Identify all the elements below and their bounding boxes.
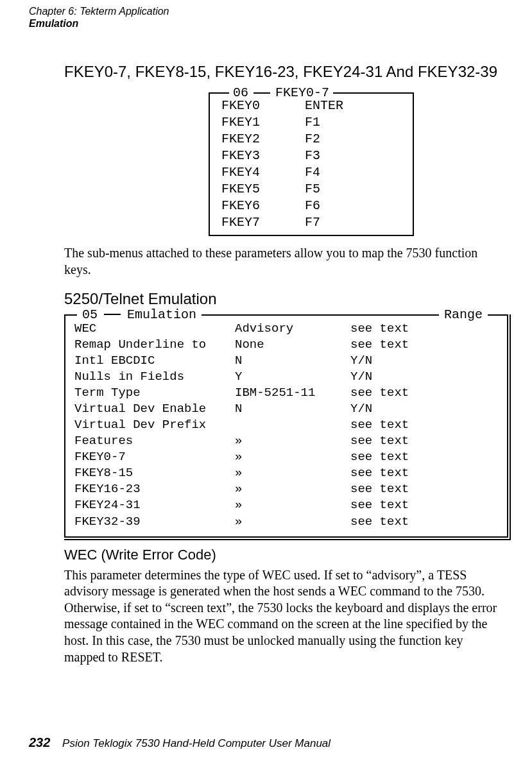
table-row: Virtual Dev EnableNY/N [74, 401, 498, 417]
table-row: WECAdvisorysee text [74, 321, 498, 337]
footer-title: Psion Teklogix 7530 Hand-Held Computer U… [62, 737, 330, 749]
fkey-table: FKEY0ENTER FKEY1F1 FKEY2F2 FKEY3F3 FKEY4… [221, 98, 401, 231]
table-row: FKEY0-7»see text [74, 449, 498, 465]
heading-wec: WEC (Write Error Code) [64, 547, 503, 563]
table-row: FKEY1F1 [221, 114, 401, 131]
table-row: FKEY6F6 [221, 198, 401, 214]
para-wec: This parameter determines the type of WE… [64, 567, 503, 666]
fkey-box: 06 FKEY0-7 FKEY0ENTER FKEY1F1 FKEY2F2 FK… [209, 92, 414, 236]
table-row: FKEY16-23»see text [74, 481, 498, 497]
emul-range-label: Range [439, 307, 488, 323]
table-row: Term TypeIBM-5251-11see text [74, 385, 498, 401]
para-fkey: The sub-menus attached to these paramete… [64, 245, 503, 278]
emul-num: 05 [82, 307, 98, 323]
table-row: FKEY7F7 [221, 214, 401, 231]
table-row: FKEY3F3 [221, 148, 401, 164]
heading-fkey: FKEY0-7, FKEY8-15, FKEY16-23, FKEY24-31 … [64, 63, 503, 81]
dash-icon [104, 314, 121, 315]
table-row: Nulls in FieldsYY/N [74, 369, 498, 385]
fkey-box-num: 06 [233, 85, 248, 101]
fkey-box-title: 06 FKEY0-7 [229, 85, 333, 101]
table-row: FKEY4F4 [221, 164, 401, 181]
heading-5250: 5250/Telnet Emulation [64, 290, 503, 308]
page-number: 232 [29, 735, 50, 749]
table-row: FKEY8-15»see text [74, 465, 498, 481]
frame-right-rule [510, 314, 511, 540]
table-row: FKEY24-31»see text [74, 497, 498, 513]
table-row: Virtual Dev Prefixsee text [74, 417, 498, 433]
frame-bottom-rule [64, 539, 511, 540]
section-label: Emulation [29, 17, 503, 30]
emul-title: Emulation [127, 307, 196, 323]
table-row: FKEY2F2 [221, 131, 401, 148]
emul-title-left: 05 Emulation [77, 307, 202, 323]
table-row: Features»see text [74, 433, 498, 449]
dash-icon [253, 92, 270, 94]
chapter-label: Chapter 6: Tekterm Application [29, 5, 503, 17]
table-row: Remap Underline toNonesee text [74, 337, 498, 353]
table-row: FKEY5F5 [221, 181, 401, 198]
fkey-box-name: FKEY0-7 [275, 85, 329, 101]
table-row: Intl EBCDICNY/N [74, 353, 498, 369]
table-row: FKEY32-39»see text [74, 514, 498, 530]
running-header: Chapter 6: Tekterm Application Emulation [29, 0, 503, 30]
page-footer: 232 Psion Teklogix 7530 Hand-Held Comput… [29, 735, 330, 750]
emulation-box: 05 Emulation Range WECAdvisorysee text R… [64, 314, 508, 538]
